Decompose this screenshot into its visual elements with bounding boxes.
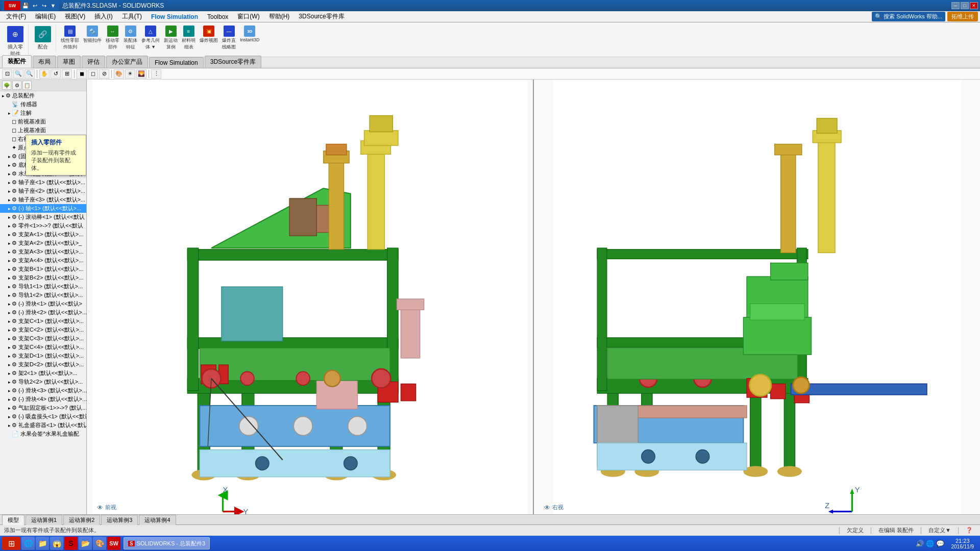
- tab-sketch[interactable]: 草图: [57, 56, 81, 68]
- qa-menu[interactable]: ▼: [49, 2, 57, 10]
- view-shaded-button[interactable]: ◼: [77, 69, 87, 79]
- reference-geometry-button[interactable]: △ 参考几何体 ▼: [140, 24, 161, 52]
- tree-item-32[interactable]: ▸⚙架2<1> (默认<<默认>...: [0, 369, 86, 378]
- bom-button[interactable]: ≡ 材料明细表: [180, 24, 197, 52]
- status-custom[interactable]: 自定义▼: [925, 527, 954, 534]
- tree-item-27[interactable]: ▸⚙支架C<2> (默认<<默认>...: [0, 325, 86, 334]
- right-view-panel[interactable]: Z Y 👁 右视: [533, 80, 980, 514]
- menu-view[interactable]: 视图(V): [61, 11, 89, 22]
- scene-button[interactable]: 🌄: [136, 69, 146, 79]
- zoom-in-button[interactable]: 🔍: [13, 69, 23, 79]
- mate-button[interactable]: 🔗 配合: [32, 24, 54, 52]
- taskbar-scream-icon[interactable]: 😱: [50, 537, 63, 550]
- tree-item-34[interactable]: ▸⚙(-) 滑块<3> (默认<<默认>...: [0, 386, 86, 395]
- taskbar-clock[interactable]: 21:23 2016/11/9: [947, 538, 978, 549]
- tree-item-22[interactable]: ▸⚙导轨1<1> (默认<<默认>...: [0, 282, 86, 291]
- assembly-feature-button[interactable]: ⚙ 装配体特征: [122, 24, 139, 52]
- menu-edit[interactable]: 编辑(E): [31, 11, 60, 22]
- config-button[interactable]: 📋: [22, 81, 32, 90]
- tree-item-31[interactable]: ▸⚙支架D<2> (默认<<默认>...: [0, 360, 86, 369]
- menu-file[interactable]: 文件(F): [2, 11, 30, 22]
- tree-item-10[interactable]: ▸⚙轴子座<1> (默认<<默认>...: [0, 178, 86, 187]
- explode-button[interactable]: 💥 爆炸视图: [198, 24, 219, 52]
- qa-save[interactable]: 💾: [21, 2, 30, 10]
- pan-button[interactable]: ✋: [39, 69, 50, 79]
- explode-line-button[interactable]: — 爆炸直线略图: [220, 24, 237, 52]
- more-view-btn[interactable]: ⋮: [151, 69, 161, 79]
- tree-item-16[interactable]: ▸⚙支架A<1> (默认<<默认>...: [0, 230, 86, 239]
- lighting-button[interactable]: ☀: [125, 69, 135, 79]
- tree-item-14[interactable]: ▸⚙(-) 滚动棒<1> (默认<<默认: [0, 213, 86, 221]
- taskbar-folder-icon[interactable]: 📁: [36, 537, 49, 550]
- tree-item-30[interactable]: ▸⚙支架D<1> (默认<<默认>...: [0, 352, 86, 360]
- rotate-button[interactable]: ↺: [51, 69, 61, 79]
- tray-msg-icon[interactable]: 💬: [936, 540, 944, 547]
- tree-item-15[interactable]: ▸⚙零件<1>>->? (默认<<默认: [0, 221, 86, 230]
- taskbar-sw2-icon[interactable]: SW: [107, 537, 120, 550]
- menu-tools[interactable]: 工具(T): [118, 11, 146, 22]
- tree-item-18[interactable]: ▸⚙支架A<3> (默认<<默认>...: [0, 247, 86, 256]
- menu-insert[interactable]: 插入(I): [90, 11, 116, 22]
- tree-item-17[interactable]: ▸⚙支架A<2> (默认<<默认>_: [0, 239, 86, 247]
- taskbar-solidworks-app[interactable]: S SOLIDWORKS - 总装配件3: [124, 537, 210, 549]
- motion-button[interactable]: ▶ 新运动算例: [162, 24, 179, 52]
- front-view-panel[interactable]: Y X 👁 前视: [87, 80, 533, 514]
- section-view-button[interactable]: ⊘: [99, 69, 109, 79]
- menu-flow-simulation[interactable]: Flow Simulation: [147, 12, 202, 21]
- taskbar-ie-icon[interactable]: 🌐: [21, 537, 35, 550]
- qa-undo[interactable]: ↩: [31, 2, 39, 10]
- tray-network-icon[interactable]: 🌐: [926, 540, 934, 547]
- zoom-to-fit-button[interactable]: ⊡: [2, 69, 12, 79]
- property-button[interactable]: ⚙: [12, 81, 21, 90]
- instant3d-button[interactable]: 3D Instant3D: [238, 24, 261, 52]
- solidworks-logo-btn[interactable]: 🔍 搜索 SolidWorks 帮助...: [872, 12, 945, 21]
- upload-button[interactable]: 拓维上传: [947, 12, 978, 21]
- tree-item-39[interactable]: ▸📄水果会签^水果礼盒输配: [0, 430, 86, 438]
- bottom-tab-motion2[interactable]: 运动算例2: [63, 515, 100, 525]
- bottom-tab-motion1[interactable]: 运动算例1: [26, 515, 62, 525]
- tree-item-28[interactable]: ▸⚙支架C<3> (默认<<默认>...: [0, 334, 86, 343]
- bottom-tab-motion4[interactable]: 运动算例4: [139, 515, 176, 525]
- tree-item-38[interactable]: ▸⚙礼盒盛容器<1> (默认<<默认>...: [0, 421, 86, 430]
- tab-office[interactable]: 办公室产品: [106, 56, 148, 68]
- tab-layout[interactable]: 布局: [33, 56, 56, 68]
- tree-item-11[interactable]: ▸⚙轴子座<2> (默认<<默认>...: [0, 187, 86, 195]
- tree-view-button[interactable]: 🌳: [2, 81, 11, 90]
- tree-item-21[interactable]: ▸⚙支架B<2> (默认<<默认>...: [0, 273, 86, 282]
- minimize-button[interactable]: ─: [951, 2, 960, 9]
- tree-item-24[interactable]: ▸⚙(-) 滑块<1> (默认<<默认>: [0, 299, 86, 308]
- taskbar-color-icon[interactable]: 🎨: [93, 537, 106, 550]
- tree-item-2[interactable]: ▸📝注解: [0, 109, 86, 117]
- tree-item-1[interactable]: ▸📡传感器: [0, 100, 86, 109]
- tree-item-0[interactable]: ▸⚙总装配件: [0, 91, 86, 100]
- menu-3dsource[interactable]: 3DSource零件库: [295, 11, 348, 22]
- menu-toolbox[interactable]: Toolbox: [203, 12, 232, 21]
- tree-item-36[interactable]: ▸⚙气缸固定板<1>>->? (默认...: [0, 404, 86, 412]
- restore-button[interactable]: □: [961, 2, 969, 9]
- tab-assembly[interactable]: 装配件: [2, 55, 32, 68]
- tray-volume-icon[interactable]: 🔊: [916, 540, 924, 547]
- tab-flow-simulation[interactable]: Flow Simulation: [149, 57, 204, 68]
- close-button[interactable]: ✕: [970, 2, 978, 9]
- tree-item-23[interactable]: ▸⚙导轨1<2> (默认<<默认>...: [0, 291, 86, 299]
- tree-item-12[interactable]: ▸⚙轴子座<3> (默认<<默认>...: [0, 195, 86, 204]
- tree-item-35[interactable]: ▸⚙(-) 滑块<4> (默认<<默认>...: [0, 395, 86, 404]
- zoom-out-button[interactable]: 🔍: [24, 69, 35, 79]
- bottom-tab-model[interactable]: 模型: [2, 515, 24, 525]
- menu-help[interactable]: 帮助(H): [265, 11, 294, 22]
- bottom-tab-motion3[interactable]: 运动算例3: [101, 515, 138, 525]
- tree-item-19[interactable]: ▸⚙支架A<4> (默认<<默认>...: [0, 256, 86, 265]
- appearance-button[interactable]: 🎨: [114, 69, 124, 79]
- tree-item-26[interactable]: ▸⚙支架C<1> (默认<<默认>...: [0, 317, 86, 325]
- tree-item-13[interactable]: ▸⚙(-) 轴<1> (默认<<默认>...: [0, 204, 86, 213]
- qa-redo[interactable]: ↪: [40, 2, 48, 10]
- tree-item-25[interactable]: ▸⚙(-) 滑块<2> (默认<<默认>...: [0, 308, 86, 317]
- status-help[interactable]: ❓: [963, 527, 976, 534]
- tree-item-29[interactable]: ▸⚙支架C<4> (默认<<默认>...: [0, 343, 86, 352]
- smart-fastener-button[interactable]: 🔩 智能扣件: [82, 24, 103, 52]
- move-component-button[interactable]: ↔ 移动零部件: [104, 24, 121, 52]
- tree-item-33[interactable]: ▸⚙导轨2<2> (默认<<默认>...: [0, 378, 86, 386]
- insert-component-button[interactable]: ⊕ 插入零部件: [5, 24, 26, 57]
- linear-pattern-button[interactable]: ▤ 线性零部件陈列: [59, 24, 81, 52]
- tab-3dsource[interactable]: 3DSource零件库: [205, 56, 261, 68]
